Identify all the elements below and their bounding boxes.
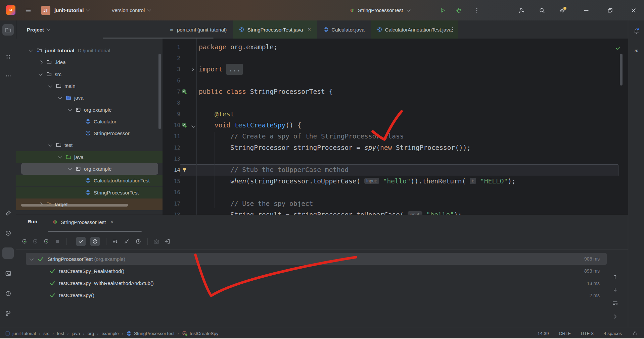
breadcrumb-src[interactable]: src <box>43 331 49 336</box>
project-switcher[interactable]: junit-tutorial <box>54 0 89 20</box>
stripe-services-button[interactable] <box>2 227 14 239</box>
debug-button[interactable] <box>455 0 462 20</box>
export-test-results-button[interactable] <box>163 237 172 246</box>
more-run-options-button[interactable] <box>473 0 480 20</box>
indent-widget[interactable]: 4 spaces <box>604 331 622 336</box>
tree-item-calculator[interactable]: Calculator <box>16 116 163 127</box>
stripe-terminal-button[interactable] <box>2 268 14 279</box>
package-icon <box>75 166 81 172</box>
tree-item-label: src <box>55 71 61 77</box>
breadcrumb-junit-tutorial[interactable]: junit-tutorial <box>5 331 36 336</box>
stop-button[interactable] <box>53 237 62 246</box>
tree-item-stringprocessortest[interactable]: StringProcessorTest <box>16 187 163 199</box>
previous-occurrence-button[interactable] <box>610 272 620 281</box>
run-panel-tab[interactable]: StringProcessorTest × <box>52 219 113 225</box>
folded-imports[interactable]: ... <box>226 64 243 75</box>
inspections-ok-icon[interactable] <box>615 45 621 51</box>
breadcrumb-org[interactable]: org <box>88 331 94 336</box>
minimize-button[interactable] <box>582 0 590 20</box>
version-control-menu[interactable]: Version control <box>111 0 150 20</box>
lock-open-icon[interactable] <box>632 330 638 337</box>
main-menu-button[interactable] <box>25 0 32 20</box>
tree-item-org-example[interactable]: org.example <box>16 104 163 116</box>
project-scrollbar-horizontal[interactable] <box>21 204 128 207</box>
soft-wrap-button[interactable] <box>610 298 620 308</box>
test-history-button[interactable] <box>134 237 143 246</box>
test-result-stringprocessortest[interactable]: StringProcessorTest (org.example)908 ms <box>16 253 628 265</box>
tree-item-org-example[interactable]: org.example <box>16 163 163 175</box>
collapse-all-button[interactable] <box>122 237 132 246</box>
toggle-auto-test-button[interactable] <box>42 237 51 246</box>
run-configuration-selector[interactable]: StringProcessorTest <box>349 0 410 20</box>
line-ending-widget[interactable]: CRLF <box>559 331 570 336</box>
tab-options-kebab-icon[interactable] <box>449 26 456 33</box>
breadcrumb-stringprocessortest[interactable]: StringProcessorTest <box>126 331 175 336</box>
tree-item-calculatorannotationtest[interactable]: CalculatorAnnotationTest <box>16 175 163 186</box>
run-test-gutter-icon[interactable] <box>181 122 188 128</box>
rerun-tests-button[interactable] <box>20 237 29 246</box>
run-button[interactable] <box>439 0 446 20</box>
breadcrumb-testcreatespy[interactable]: mtestCreateSpy <box>182 331 219 336</box>
code-editor[interactable]: 1package org.example;23import ...67publi… <box>163 39 628 215</box>
more-options-button[interactable] <box>177 237 187 246</box>
code-segment <box>199 110 215 118</box>
tree-item--idea[interactable]: .idea <box>16 56 163 68</box>
code-segment: ); <box>508 177 515 185</box>
breadcrumb-example[interactable]: example <box>102 331 119 336</box>
tree-item-java[interactable]: java <box>16 151 163 163</box>
screenshot-button[interactable] <box>152 237 161 246</box>
tree-item-src[interactable]: src <box>16 68 163 80</box>
show-passed-button[interactable] <box>76 237 86 246</box>
stripe-version-control-button[interactable] <box>2 307 14 319</box>
test-result-testcreatespy-realmethod-[interactable]: testCreateSpy_RealMethod()893 ms <box>16 265 628 277</box>
editor-tab-calculatorannotationtest-java[interactable]: CalculatorAnnotationTest.java <box>371 20 458 39</box>
test-result-testcreatespy-withrealmethodandstub-[interactable]: testCreateSpy_WithRealMethodAndStub()13 … <box>16 277 628 289</box>
editor-scrollbar[interactable] <box>620 54 623 86</box>
run-test-gutter-icon[interactable] <box>181 89 188 95</box>
test-result-testcreatespy-[interactable]: testCreateSpy()2 ms <box>16 289 628 301</box>
restore-button[interactable] <box>606 0 614 20</box>
close-button[interactable] <box>630 0 638 20</box>
code-with-me-button[interactable] <box>518 0 526 20</box>
stripe-run-button[interactable] <box>2 247 14 259</box>
editor-tab-pom-xml-junit-tutorial-[interactable]: mpom.xml (junit-tutorial) <box>163 20 233 39</box>
tree-item-path-hint: D:\junit-tutorial <box>78 48 110 53</box>
stripe-project-button[interactable] <box>2 24 14 36</box>
close-run-tab-icon[interactable]: × <box>110 219 113 225</box>
hide-stripe-button[interactable] <box>610 312 620 321</box>
sort-alphabetically-button[interactable] <box>110 237 120 246</box>
line-number: 14 <box>163 164 180 175</box>
settings-button[interactable] <box>558 0 566 20</box>
tree-item-test[interactable]: test <box>16 139 163 151</box>
stripe-problems-button[interactable] <box>2 288 14 299</box>
editor-tab-calculator-java[interactable]: Calculator.java <box>317 20 370 39</box>
breadcrumb-test[interactable]: test <box>57 331 64 336</box>
breadcrumb-java[interactable]: java <box>72 331 80 336</box>
tree-item-java[interactable]: java <box>16 92 163 104</box>
project-badge[interactable]: JT <box>41 6 50 15</box>
stripe-build-button[interactable] <box>2 207 14 219</box>
search-everywhere-button[interactable] <box>538 0 546 20</box>
close-tab-icon[interactable]: × <box>308 26 311 33</box>
tree-item-main[interactable]: main <box>16 80 163 92</box>
tree-item-junit-tutorial[interactable]: junit-tutorialD:\junit-tutorial <box>16 45 163 56</box>
code-segment: // Create a spy of the StringProcessor c… <box>230 132 404 140</box>
stripe-more-tool-windows-button[interactable] <box>2 70 14 81</box>
next-occurrence-button[interactable] <box>610 285 620 294</box>
tree-item-stringprocessor[interactable]: StringProcessor <box>16 127 163 139</box>
project-panel-header[interactable]: Project <box>27 20 50 39</box>
show-ignored-button[interactable] <box>90 237 100 246</box>
clock-widget[interactable]: 14:39 <box>538 331 549 336</box>
stripe-maven-button[interactable]: m <box>631 45 642 56</box>
stripe-structure-button[interactable] <box>2 51 14 62</box>
folder-icon <box>46 59 52 65</box>
intention-bulb-icon[interactable] <box>181 167 188 173</box>
stripe-notifications-button[interactable] <box>631 25 642 37</box>
tree-item-label: StringProcessorTest <box>94 190 139 195</box>
fold-chevron-icon[interactable] <box>190 68 194 71</box>
editor-tab-stringprocessortest-java[interactable]: StringProcessorTest.java× <box>233 20 317 39</box>
project-scrollbar-vertical[interactable] <box>158 54 161 129</box>
encoding-widget[interactable]: UTF-8 <box>581 331 594 336</box>
chevron-down-icon[interactable] <box>191 124 195 127</box>
rerun-failed-tests-button[interactable] <box>31 237 40 246</box>
